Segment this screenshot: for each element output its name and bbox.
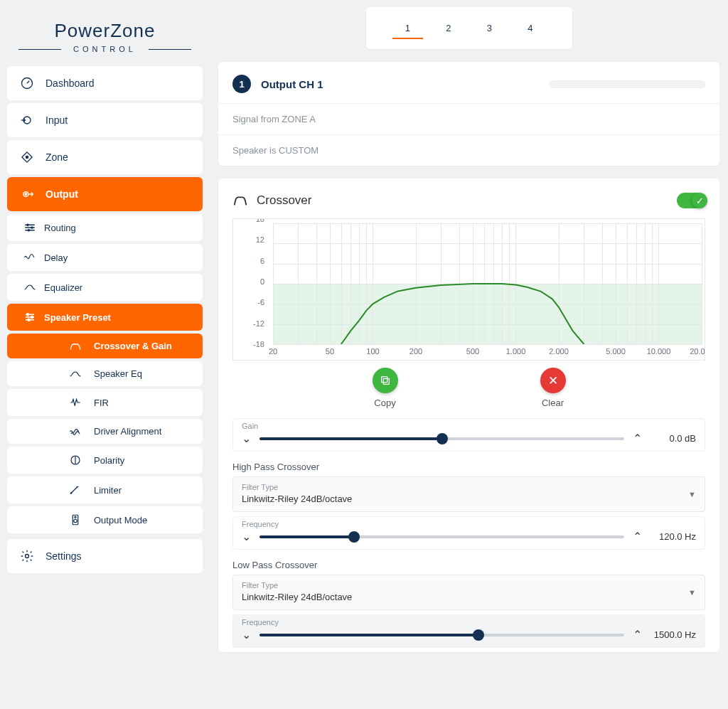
logo-text: PowerZone xyxy=(7,20,203,42)
nav-speaker-eq[interactable]: Speaker Eq xyxy=(7,361,203,386)
gain-increase[interactable]: ⌃ xyxy=(633,432,642,445)
nav-label: Limiter xyxy=(94,485,122,496)
nav-equalizer[interactable]: Equalizer xyxy=(7,274,203,301)
speaker-type: Speaker is CUSTOM xyxy=(218,134,719,166)
filter-type-value: Linkwitz-Riley 24dB/octave xyxy=(242,494,696,504)
nav-label: Crossover & Gain xyxy=(94,341,172,351)
freq-label: Frequency xyxy=(242,618,279,627)
svg-point-6 xyxy=(27,224,28,225)
tab-1[interactable]: 1 xyxy=(392,18,423,39)
nav-polarity[interactable]: Polarity xyxy=(7,447,203,474)
hp-track[interactable] xyxy=(259,535,624,538)
close-icon: ✕ xyxy=(540,368,566,393)
svg-point-10 xyxy=(31,316,33,319)
hp-value: 120.0 Hz xyxy=(651,531,696,542)
nav-label: Input xyxy=(46,114,68,126)
lp-decrease[interactable]: ⌄ xyxy=(242,628,251,641)
nav-crossover-gain[interactable]: Crossover & Gain xyxy=(7,334,203,358)
lp-track[interactable] xyxy=(259,634,624,636)
svg-point-5 xyxy=(25,193,27,196)
nav-delay[interactable]: Delay xyxy=(7,244,203,271)
nav-limiter[interactable]: Limiter xyxy=(7,476,203,503)
tab-3[interactable]: 3 xyxy=(474,18,505,39)
zone-icon xyxy=(18,150,36,164)
crossover-chart[interactable]: 181260-6-12-18 20501002005001.0002.0005.… xyxy=(232,218,705,361)
nav-driver-alignment[interactable]: Driver Alignment xyxy=(7,419,203,444)
output-icon xyxy=(18,187,36,201)
nav-label: Zone xyxy=(46,151,68,163)
nav-label: Settings xyxy=(46,550,82,562)
nav-label: Routing xyxy=(44,223,76,233)
nav-label: Dashboard xyxy=(46,78,95,89)
section-title: Crossover xyxy=(257,193,311,208)
svg-point-17 xyxy=(26,555,29,558)
nav-settings[interactable]: Settings xyxy=(7,539,203,573)
x-axis-labels: 20501002005001.0002.0005.00010.00020.000 xyxy=(273,347,702,358)
speaker-icon xyxy=(67,513,84,526)
svg-point-3 xyxy=(26,156,28,158)
nav-label: Driver Alignment xyxy=(94,426,161,437)
gear-icon xyxy=(18,549,36,563)
nav-label: Polarity xyxy=(94,455,124,466)
bandpass-icon xyxy=(232,193,248,208)
gain-slider: Gain ⌄ ⌃ 0.0 dB xyxy=(232,418,705,452)
sliders-icon xyxy=(23,311,37,324)
nav-label: Output xyxy=(46,188,78,200)
channel-title: Output CH 1 xyxy=(261,78,323,90)
crossover-toggle[interactable] xyxy=(677,193,705,208)
level-meter xyxy=(549,80,705,88)
clear-label: Clear xyxy=(540,398,566,408)
svg-rect-18 xyxy=(383,378,389,384)
chevron-down-icon: ▼ xyxy=(688,588,696,597)
nav-input[interactable]: Input xyxy=(7,103,203,137)
nav-output[interactable]: Output xyxy=(7,177,203,211)
channel-badge: 1 xyxy=(232,75,251,93)
lowpass-freq-slider: Frequency ⌄ ⌃ 1500.0 Hz xyxy=(232,614,705,648)
nav-output-mode[interactable]: Output Mode xyxy=(7,506,203,533)
channel-tabs: 1 2 3 4 xyxy=(366,7,572,49)
hp-decrease[interactable]: ⌄ xyxy=(242,530,251,543)
nav-zone[interactable]: Zone xyxy=(7,140,203,174)
svg-point-11 xyxy=(28,319,30,321)
copy-button[interactable]: Copy xyxy=(373,368,398,408)
eq-icon xyxy=(67,369,84,379)
chevron-down-icon: ▼ xyxy=(688,490,696,499)
gain-track[interactable] xyxy=(259,437,624,440)
delay-icon xyxy=(23,251,37,264)
output-info-panel: 1 Output CH 1 Signal from ZONE A Speaker… xyxy=(218,62,719,166)
svg-point-9 xyxy=(27,314,29,316)
nav-label: Speaker Preset xyxy=(44,312,111,323)
highpass-freq-slider: Frequency ⌄ ⌃ 120.0 Hz xyxy=(232,516,705,550)
signal-source: Signal from ZONE A xyxy=(218,103,719,134)
nav-speaker-preset[interactable]: Speaker Preset xyxy=(7,304,203,331)
lowpass-filter-select[interactable]: Filter Type Linkwitz-Riley 24dB/octave ▼ xyxy=(232,575,705,610)
freq-label: Frequency xyxy=(242,520,279,528)
hp-increase[interactable]: ⌃ xyxy=(633,530,642,543)
nav-label: Delay xyxy=(44,252,68,263)
nav-label: FIR xyxy=(94,398,109,408)
gain-decrease[interactable]: ⌄ xyxy=(242,432,251,445)
nav-dashboard[interactable]: Dashboard xyxy=(7,66,203,100)
fir-icon xyxy=(67,396,84,409)
clear-button[interactable]: ✕ Clear xyxy=(540,368,566,408)
polarity-icon xyxy=(67,454,84,467)
input-icon xyxy=(18,113,36,127)
nav-routing[interactable]: Routing xyxy=(7,214,203,241)
logo-sub: CONTROL xyxy=(7,45,203,53)
bandpass-icon xyxy=(67,341,84,351)
nav-label: Equalizer xyxy=(44,282,82,293)
filter-type-label: Filter Type xyxy=(242,581,696,590)
tab-4[interactable]: 4 xyxy=(515,18,545,39)
lowpass-label: Low Pass Crossover xyxy=(232,560,705,570)
nav-fir[interactable]: FIR xyxy=(7,389,203,416)
copy-icon xyxy=(373,368,398,393)
tab-2[interactable]: 2 xyxy=(433,18,464,39)
highpass-label: High Pass Crossover xyxy=(232,462,705,472)
lp-increase[interactable]: ⌃ xyxy=(633,628,642,641)
chart-curve xyxy=(273,223,702,344)
highpass-filter-select[interactable]: Filter Type Linkwitz-Riley 24dB/octave ▼ xyxy=(232,476,705,512)
copy-label: Copy xyxy=(373,398,398,408)
y-axis-labels: 181260-6-12-18 xyxy=(233,219,269,344)
svg-rect-19 xyxy=(381,377,387,383)
nav-label: Speaker Eq xyxy=(94,368,142,379)
